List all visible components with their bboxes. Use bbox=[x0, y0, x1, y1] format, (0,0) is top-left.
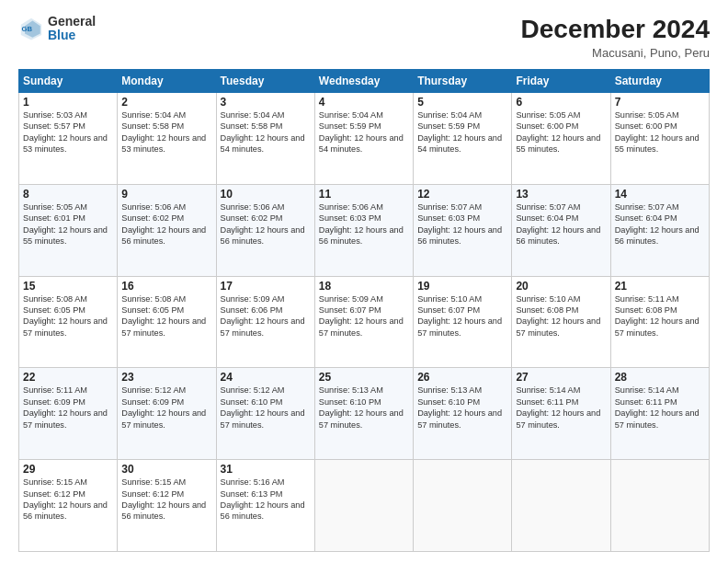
day-number: 13 bbox=[516, 188, 606, 201]
cell-content: Sunrise: 5:13 AMSunset: 6:10 PMDaylight:… bbox=[417, 385, 507, 431]
logo-icon: GB bbox=[18, 16, 44, 41]
title-block: December 2024 Macusani, Puno, Peru bbox=[521, 15, 710, 60]
calendar-cell: 20Sunrise: 5:10 AMSunset: 6:08 PMDayligh… bbox=[512, 276, 610, 368]
calendar-cell: 11Sunrise: 5:06 AMSunset: 6:03 PMDayligh… bbox=[314, 184, 413, 276]
day-number: 6 bbox=[516, 96, 606, 109]
day-number: 28 bbox=[615, 371, 705, 384]
weekday-header-row: SundayMondayTuesdayWednesdayThursdayFrid… bbox=[19, 70, 710, 93]
calendar-cell: 2Sunrise: 5:04 AMSunset: 5:58 PMDaylight… bbox=[118, 93, 216, 185]
calendar-cell: 25Sunrise: 5:13 AMSunset: 6:10 PMDayligh… bbox=[314, 368, 413, 460]
day-number: 18 bbox=[319, 280, 409, 293]
cell-content: Sunrise: 5:12 AMSunset: 6:10 PMDaylight:… bbox=[221, 385, 311, 431]
calendar-cell: 26Sunrise: 5:13 AMSunset: 6:10 PMDayligh… bbox=[414, 368, 512, 460]
calendar-cell: 19Sunrise: 5:10 AMSunset: 6:07 PMDayligh… bbox=[414, 276, 512, 368]
cell-content: Sunrise: 5:03 AMSunset: 5:57 PMDaylight:… bbox=[23, 109, 113, 155]
weekday-header-cell: Tuesday bbox=[216, 70, 314, 93]
cell-content: Sunrise: 5:05 AMSunset: 6:00 PMDaylight:… bbox=[615, 109, 705, 155]
calendar-cell: 24Sunrise: 5:12 AMSunset: 6:10 PMDayligh… bbox=[216, 368, 314, 460]
weekday-header-cell: Wednesday bbox=[314, 70, 413, 93]
cell-content: Sunrise: 5:13 AMSunset: 6:10 PMDaylight:… bbox=[319, 385, 409, 431]
cell-content: Sunrise: 5:15 AMSunset: 6:12 PMDaylight:… bbox=[23, 477, 113, 523]
day-number: 8 bbox=[23, 188, 113, 201]
calendar-cell: 8Sunrise: 5:05 AMSunset: 6:01 PMDaylight… bbox=[19, 184, 118, 276]
day-number: 19 bbox=[417, 280, 507, 293]
calendar-cell: 16Sunrise: 5:08 AMSunset: 6:05 PMDayligh… bbox=[118, 276, 216, 368]
day-number: 4 bbox=[319, 96, 409, 109]
day-number: 20 bbox=[516, 280, 606, 293]
cell-content: Sunrise: 5:07 AMSunset: 6:03 PMDaylight:… bbox=[417, 201, 507, 247]
day-number: 26 bbox=[417, 371, 507, 384]
day-number: 1 bbox=[23, 96, 113, 109]
cell-content: Sunrise: 5:06 AMSunset: 6:02 PMDaylight:… bbox=[121, 201, 211, 247]
cell-content: Sunrise: 5:04 AMSunset: 5:59 PMDaylight:… bbox=[319, 109, 409, 155]
main-title: December 2024 bbox=[521, 15, 710, 44]
day-number: 30 bbox=[121, 463, 211, 476]
logo-line1: General bbox=[48, 15, 96, 29]
calendar-week-row: 29Sunrise: 5:15 AMSunset: 6:12 PMDayligh… bbox=[19, 460, 710, 552]
calendar-week-row: 1Sunrise: 5:03 AMSunset: 5:57 PMDaylight… bbox=[19, 93, 710, 185]
weekday-header-cell: Sunday bbox=[19, 70, 118, 93]
cell-content: Sunrise: 5:04 AMSunset: 5:58 PMDaylight:… bbox=[221, 109, 311, 155]
cell-content: Sunrise: 5:07 AMSunset: 6:04 PMDaylight:… bbox=[516, 201, 606, 247]
calendar-cell: 4Sunrise: 5:04 AMSunset: 5:59 PMDaylight… bbox=[314, 93, 413, 185]
calendar-page: GB General Blue December 2024 Macusani, … bbox=[0, 0, 728, 563]
cell-content: Sunrise: 5:14 AMSunset: 6:11 PMDaylight:… bbox=[615, 385, 705, 431]
cell-content: Sunrise: 5:05 AMSunset: 6:00 PMDaylight:… bbox=[516, 109, 606, 155]
calendar-cell: 15Sunrise: 5:08 AMSunset: 6:05 PMDayligh… bbox=[19, 276, 118, 368]
logo: GB General Blue bbox=[18, 15, 96, 43]
cell-content: Sunrise: 5:07 AMSunset: 6:04 PMDaylight:… bbox=[615, 201, 705, 247]
day-number: 15 bbox=[23, 280, 113, 293]
day-number: 25 bbox=[319, 371, 409, 384]
day-number: 31 bbox=[221, 463, 311, 476]
calendar-cell: 31Sunrise: 5:16 AMSunset: 6:13 PMDayligh… bbox=[216, 460, 314, 552]
calendar-cell: 14Sunrise: 5:07 AMSunset: 6:04 PMDayligh… bbox=[610, 184, 709, 276]
calendar-week-row: 15Sunrise: 5:08 AMSunset: 6:05 PMDayligh… bbox=[19, 276, 710, 368]
day-number: 21 bbox=[615, 280, 705, 293]
weekday-header-cell: Thursday bbox=[414, 70, 512, 93]
day-number: 5 bbox=[417, 96, 507, 109]
calendar-cell: 7Sunrise: 5:05 AMSunset: 6:00 PMDaylight… bbox=[610, 93, 709, 185]
logo-text: General Blue bbox=[48, 15, 96, 43]
calendar-cell bbox=[610, 460, 709, 552]
day-number: 14 bbox=[615, 188, 705, 201]
calendar-cell bbox=[414, 460, 512, 552]
day-number: 10 bbox=[221, 188, 311, 201]
calendar-cell: 17Sunrise: 5:09 AMSunset: 6:06 PMDayligh… bbox=[216, 276, 314, 368]
svg-text:GB: GB bbox=[22, 25, 33, 33]
cell-content: Sunrise: 5:06 AMSunset: 6:02 PMDaylight:… bbox=[221, 201, 311, 247]
cell-content: Sunrise: 5:04 AMSunset: 5:58 PMDaylight:… bbox=[121, 109, 211, 155]
cell-content: Sunrise: 5:10 AMSunset: 6:08 PMDaylight:… bbox=[516, 293, 606, 339]
calendar-cell: 27Sunrise: 5:14 AMSunset: 6:11 PMDayligh… bbox=[512, 368, 610, 460]
calendar-cell: 12Sunrise: 5:07 AMSunset: 6:03 PMDayligh… bbox=[414, 184, 512, 276]
calendar-cell: 23Sunrise: 5:12 AMSunset: 6:09 PMDayligh… bbox=[118, 368, 216, 460]
cell-content: Sunrise: 5:11 AMSunset: 6:09 PMDaylight:… bbox=[23, 385, 113, 431]
day-number: 29 bbox=[23, 463, 113, 476]
calendar-cell: 13Sunrise: 5:07 AMSunset: 6:04 PMDayligh… bbox=[512, 184, 610, 276]
cell-content: Sunrise: 5:14 AMSunset: 6:11 PMDaylight:… bbox=[516, 385, 606, 431]
cell-content: Sunrise: 5:05 AMSunset: 6:01 PMDaylight:… bbox=[23, 201, 113, 247]
location-subtitle: Macusani, Puno, Peru bbox=[521, 46, 710, 60]
calendar-body: 1Sunrise: 5:03 AMSunset: 5:57 PMDaylight… bbox=[19, 93, 710, 552]
calendar-week-row: 22Sunrise: 5:11 AMSunset: 6:09 PMDayligh… bbox=[19, 368, 710, 460]
cell-content: Sunrise: 5:08 AMSunset: 6:05 PMDaylight:… bbox=[23, 293, 113, 339]
day-number: 16 bbox=[121, 280, 211, 293]
day-number: 3 bbox=[221, 96, 311, 109]
calendar-cell: 29Sunrise: 5:15 AMSunset: 6:12 PMDayligh… bbox=[19, 460, 118, 552]
cell-content: Sunrise: 5:04 AMSunset: 5:59 PMDaylight:… bbox=[417, 109, 507, 155]
calendar-cell: 6Sunrise: 5:05 AMSunset: 6:00 PMDaylight… bbox=[512, 93, 610, 185]
calendar-cell: 28Sunrise: 5:14 AMSunset: 6:11 PMDayligh… bbox=[610, 368, 709, 460]
calendar-cell: 3Sunrise: 5:04 AMSunset: 5:58 PMDaylight… bbox=[216, 93, 314, 185]
cell-content: Sunrise: 5:11 AMSunset: 6:08 PMDaylight:… bbox=[615, 293, 705, 339]
calendar-week-row: 8Sunrise: 5:05 AMSunset: 6:01 PMDaylight… bbox=[19, 184, 710, 276]
day-number: 7 bbox=[615, 96, 705, 109]
calendar-cell: 21Sunrise: 5:11 AMSunset: 6:08 PMDayligh… bbox=[610, 276, 709, 368]
day-number: 2 bbox=[121, 96, 211, 109]
logo-line2: Blue bbox=[48, 29, 96, 42]
cell-content: Sunrise: 5:15 AMSunset: 6:12 PMDaylight:… bbox=[121, 477, 211, 523]
calendar-cell bbox=[512, 460, 610, 552]
calendar-cell: 1Sunrise: 5:03 AMSunset: 5:57 PMDaylight… bbox=[19, 93, 118, 185]
calendar-cell: 9Sunrise: 5:06 AMSunset: 6:02 PMDaylight… bbox=[118, 184, 216, 276]
page-header: GB General Blue December 2024 Macusani, … bbox=[18, 15, 710, 60]
day-number: 27 bbox=[516, 371, 606, 384]
calendar-cell: 18Sunrise: 5:09 AMSunset: 6:07 PMDayligh… bbox=[314, 276, 413, 368]
